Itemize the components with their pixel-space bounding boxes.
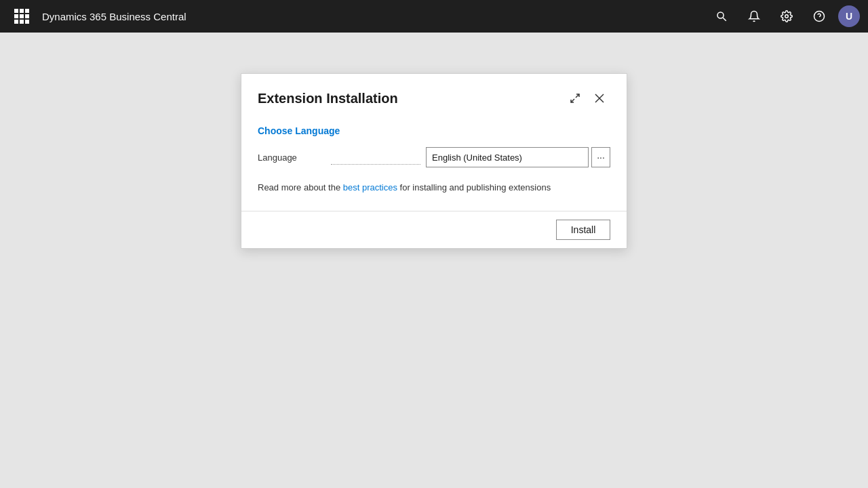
language-field-row: Language ··· <box>258 147 610 167</box>
svg-line-1 <box>723 18 726 21</box>
best-practices-link[interactable]: best practices <box>343 182 397 192</box>
svg-point-2 <box>785 15 789 18</box>
topbar-right: U <box>708 3 860 30</box>
app-launcher-button[interactable] <box>8 3 35 30</box>
waffle-icon <box>14 9 29 24</box>
modal-body: Choose Language Language ··· Read more a… <box>241 120 627 211</box>
svg-point-0 <box>717 12 724 18</box>
section-label: Choose Language <box>258 125 610 136</box>
gear-icon <box>781 10 793 22</box>
bell-icon <box>748 10 760 22</box>
info-text-before: Read more about the <box>258 182 343 192</box>
help-button[interactable] <box>806 3 833 30</box>
close-icon <box>594 93 605 104</box>
info-text: Read more about the best practices for i… <box>258 181 610 195</box>
install-button[interactable]: Install <box>556 220 610 240</box>
app-title: Dynamics 365 Business Central <box>42 11 186 22</box>
close-button[interactable] <box>589 87 610 109</box>
info-text-after: for installing and publishing extensions <box>397 182 551 192</box>
search-icon <box>715 10 728 22</box>
topbar: Dynamics 365 Business Central <box>0 0 868 33</box>
main-content: Extension Installation <box>0 33 868 488</box>
language-label: Language <box>258 152 326 163</box>
topbar-left: Dynamics 365 Business Central <box>8 3 700 30</box>
modal-header-actions <box>564 87 610 109</box>
search-button[interactable] <box>708 3 735 30</box>
expand-icon <box>570 93 580 104</box>
modal-header: Extension Installation <box>241 74 627 120</box>
avatar[interactable]: U <box>838 5 860 27</box>
language-more-button[interactable]: ··· <box>591 147 610 167</box>
extension-installation-modal: Extension Installation <box>241 73 627 249</box>
notifications-button[interactable] <box>741 3 768 30</box>
language-input-wrapper: ··· <box>426 147 610 167</box>
help-icon <box>813 10 825 22</box>
settings-button[interactable] <box>773 3 800 30</box>
ellipsis-icon: ··· <box>597 152 605 163</box>
modal-title: Extension Installation <box>258 91 398 106</box>
modal-footer: Install <box>241 211 627 248</box>
language-input[interactable] <box>426 147 589 167</box>
expand-button[interactable] <box>564 87 586 109</box>
field-dots <box>331 164 420 165</box>
avatar-initials: U <box>846 11 852 22</box>
